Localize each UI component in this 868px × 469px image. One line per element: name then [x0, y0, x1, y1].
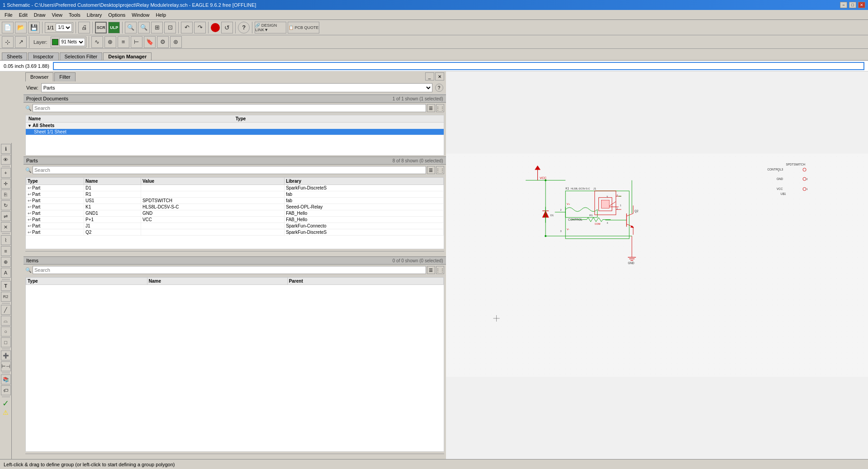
- page-dropdown[interactable]: 1/1: [56, 24, 72, 32]
- line-tool[interactable]: ╱: [1, 305, 11, 315]
- print-button[interactable]: 🖨: [78, 22, 90, 33]
- menu-options[interactable]: Options: [105, 11, 128, 19]
- bus-entry-tool[interactable]: ⊢: [131, 36, 142, 48]
- parts-more-button[interactable]: ⋮⋮: [436, 166, 444, 174]
- library-tool[interactable]: 📚: [1, 374, 11, 384]
- parts-scrollbar[interactable]: [25, 251, 444, 256]
- canvas-area[interactable]: VCC V+ V- COM: [446, 71, 868, 459]
- menu-file[interactable]: File: [2, 11, 15, 19]
- menu-help[interactable]: Help: [153, 11, 169, 19]
- collapse-arrow[interactable]: ▼: [28, 123, 32, 128]
- menu-draw[interactable]: Draw: [31, 11, 48, 19]
- project-search-list-button[interactable]: ☰: [427, 104, 435, 112]
- arc-tool[interactable]: ⌓: [1, 316, 11, 326]
- text-tool[interactable]: T: [1, 281, 11, 291]
- table-row[interactable]: ↩PartJ1SparkFun-Connecto: [26, 223, 444, 229]
- maximize-button[interactable]: □: [849, 2, 856, 8]
- dimension-tool[interactable]: ⊢⊣: [1, 361, 11, 371]
- add-part-tool[interactable]: +: [1, 168, 11, 178]
- plus-tool[interactable]: ➕: [1, 351, 11, 360]
- copy-tool[interactable]: ⎘: [1, 189, 11, 199]
- eye-tool[interactable]: 👁: [1, 155, 11, 165]
- project-search-input[interactable]: [33, 104, 426, 112]
- panel-minimize-button[interactable]: _: [425, 72, 434, 81]
- tab-selection-filter[interactable]: Selection Filter: [60, 52, 103, 60]
- zoom-selection-button[interactable]: ⊡: [164, 22, 176, 33]
- parts-list-button[interactable]: ☰: [427, 166, 435, 174]
- junction-tool-v[interactable]: ⊕: [1, 257, 11, 267]
- sheet-row[interactable]: Sheet 1/1 Sheet: [26, 129, 444, 135]
- view-dropdown[interactable]: Parts Nets Busses: [41, 83, 432, 92]
- panel-tab-filter[interactable]: Filter: [54, 72, 75, 81]
- save-button[interactable]: 💾: [28, 22, 40, 33]
- net-label-tool[interactable]: ⚙: [157, 36, 169, 48]
- parts-search-input[interactable]: [33, 166, 426, 174]
- items-scrollbar[interactable]: [25, 454, 444, 458]
- rotate-tool[interactable]: ↻: [1, 200, 11, 210]
- move-tool-v[interactable]: ✛: [1, 179, 11, 189]
- items-list-button[interactable]: ☰: [427, 266, 435, 274]
- zoom-out-button[interactable]: 🔍: [125, 22, 137, 33]
- coord-input[interactable]: [53, 62, 864, 70]
- menu-library[interactable]: Library: [84, 11, 105, 19]
- table-row[interactable]: ↩PartR1fab: [26, 191, 444, 198]
- tag-tool[interactable]: 🏷: [1, 385, 11, 395]
- scr-button[interactable]: SCR: [95, 22, 107, 33]
- select-tool[interactable]: ⊹: [2, 36, 14, 48]
- wire-tool-v[interactable]: ⌇: [1, 235, 11, 245]
- items-more-button[interactable]: ⋮⋮: [436, 266, 444, 274]
- layer-selector[interactable]: 91 Nets: [51, 37, 86, 47]
- zoom-fit-button[interactable]: ⊞: [151, 22, 163, 33]
- rect-tool[interactable]: □: [1, 337, 11, 347]
- tab-design-manager[interactable]: Design Manager: [103, 52, 152, 60]
- r2-tool[interactable]: R2: [1, 292, 11, 302]
- help-button[interactable]: ?: [238, 22, 250, 33]
- table-row[interactable]: ↩PartK1HLS8L-DC5V-S-CSeeed-OPL-Relay: [26, 204, 444, 210]
- label-tool[interactable]: 🔖: [144, 36, 156, 48]
- tab-inspector[interactable]: Inspector: [28, 52, 58, 60]
- menu-tools[interactable]: Tools: [66, 11, 83, 19]
- table-row[interactable]: ↩PartD1SparkFun-DiscreteS: [26, 185, 444, 191]
- tab-sheets[interactable]: Sheets: [2, 52, 27, 60]
- new-schematic-button[interactable]: 📄: [2, 22, 14, 33]
- menu-edit[interactable]: Edit: [16, 11, 30, 19]
- table-row[interactable]: ↩PartP+1VCCFAB_Hello: [26, 217, 444, 223]
- project-search-more-button[interactable]: ⋮⋮: [436, 104, 444, 112]
- bus-tool-v[interactable]: ≡: [1, 246, 11, 256]
- refresh-button[interactable]: ↺: [221, 22, 233, 33]
- info-tool[interactable]: ℹ: [1, 144, 11, 154]
- items-search-input[interactable]: [33, 266, 426, 274]
- all-sheets-row[interactable]: ▼ All Sheets: [26, 123, 444, 129]
- wire-tool[interactable]: ∿: [91, 36, 103, 48]
- symbol-tool[interactable]: ⊛: [170, 36, 182, 48]
- circle-tool[interactable]: ○: [1, 327, 11, 336]
- panel-tab-browser[interactable]: Browser: [25, 72, 53, 81]
- label-tool-v[interactable]: A: [1, 268, 11, 278]
- pcb-quote-button[interactable]: 📋 PCB QUOTE: [288, 22, 319, 33]
- bus-tool[interactable]: ≡: [118, 36, 129, 48]
- panel-close-button[interactable]: ✕: [435, 72, 444, 81]
- junction-tool[interactable]: ⊕: [104, 36, 116, 48]
- redo-button[interactable]: ↷: [194, 22, 206, 33]
- mirror-tool[interactable]: ⇌: [1, 211, 11, 221]
- minimize-button[interactable]: −: [840, 2, 847, 8]
- page-selector[interactable]: 1/1 1/1: [45, 22, 73, 33]
- stop-button[interactable]: [211, 23, 220, 32]
- panel-help-button[interactable]: ?: [435, 84, 443, 92]
- table-row[interactable]: ↩PartGND1GNDFAB_Hello: [26, 210, 444, 217]
- undo-button[interactable]: ↶: [181, 22, 193, 33]
- menu-view[interactable]: View: [49, 11, 65, 19]
- design-link-button[interactable]: 🔗 DESIGN LINK▼: [255, 22, 286, 33]
- close-button[interactable]: ✕: [858, 2, 865, 8]
- table-row[interactable]: ↩PartUS1SPDTSWITCHfab: [26, 198, 444, 204]
- zoom-in-button[interactable]: 🔍: [138, 22, 150, 33]
- menu-window[interactable]: Window: [129, 11, 152, 19]
- svg-text:SPDTSWITCH: SPDTSWITCH: [786, 163, 805, 166]
- layer-dropdown[interactable]: 91 Nets: [59, 38, 85, 46]
- table-row[interactable]: ↩PartQ2SparkFun-DiscreteS: [26, 229, 444, 236]
- open-button[interactable]: 📂: [15, 22, 27, 33]
- ulp-button[interactable]: ULP: [108, 22, 120, 33]
- svg-text:COM: COM: [594, 223, 600, 225]
- delete-tool[interactable]: ✕: [1, 222, 11, 232]
- move-tool[interactable]: ↗: [15, 36, 27, 48]
